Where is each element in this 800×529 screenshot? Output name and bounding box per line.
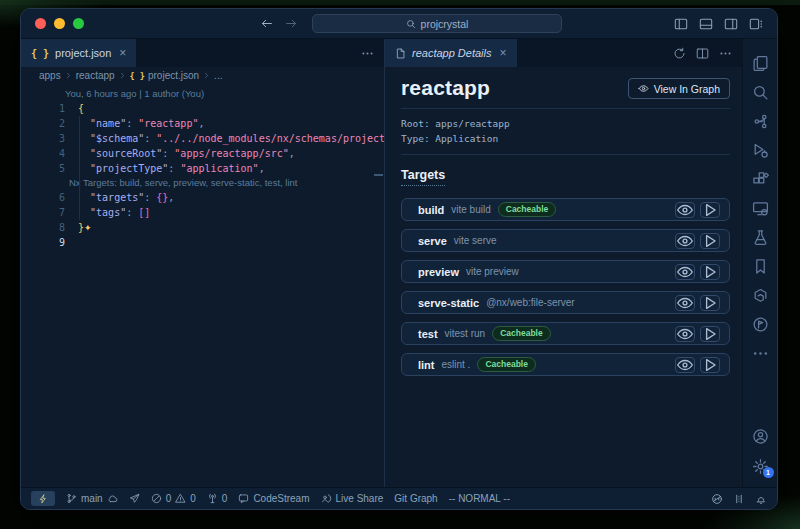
git-branch-icon (66, 493, 77, 504)
target-name: serve-static (418, 297, 479, 309)
minimize-window-button[interactable] (54, 18, 65, 29)
cacheable-badge: Cacheable (492, 326, 551, 341)
more-icon[interactable] (743, 339, 777, 368)
account-icon[interactable] (752, 428, 769, 445)
command-center-search[interactable]: projcrystal (312, 14, 562, 33)
target-row-test[interactable]: testvitest runCacheable (401, 322, 730, 345)
run-target-button[interactable] (700, 202, 720, 218)
code-line: 7 "tags": [] (21, 205, 384, 220)
view-target-button[interactable] (675, 264, 695, 280)
breadcrumb: apps reactapp { } project.json ... (21, 67, 384, 84)
code-text: "projectType": "application", (78, 161, 265, 176)
gitgraph-label: Git Graph (394, 493, 437, 504)
source-control-icon[interactable] (743, 107, 777, 136)
view-target-button[interactable] (675, 357, 695, 373)
view-target-button[interactable] (675, 202, 695, 218)
forward-icon[interactable] (285, 17, 298, 30)
toggle-secondary-sidebar-icon[interactable] (724, 17, 738, 31)
breadcrumb-item[interactable]: apps (39, 70, 61, 81)
nx-targets-codelens[interactable]: Nx Targets: build, serve, preview, serve… (21, 176, 384, 190)
ports-statusbar-item[interactable]: 0 (207, 493, 228, 504)
view-in-graph-button[interactable]: View In Graph (628, 78, 730, 99)
view-in-graph-label: View In Graph (654, 83, 720, 95)
gitlens-icon[interactable] (743, 310, 777, 339)
view-target-button[interactable] (675, 295, 695, 311)
beaker-icon[interactable] (743, 223, 777, 252)
run-target-button[interactable] (700, 233, 720, 249)
back-icon[interactable] (260, 17, 273, 30)
more-actions-icon[interactable] (361, 47, 374, 60)
codestream-statusbar-item[interactable]: CodeStream (238, 493, 309, 504)
target-actions (675, 295, 720, 311)
breadcrumb-item[interactable]: project.json (148, 70, 199, 81)
targets-heading: Targets (401, 168, 445, 186)
gitgraph-statusbar-item[interactable]: Git Graph (394, 493, 437, 504)
error-count: 0 (166, 493, 172, 504)
copilot-icon[interactable] (711, 493, 723, 505)
target-row-preview[interactable]: previewvite preview (401, 260, 730, 283)
publish-statusbar-item[interactable] (129, 493, 140, 504)
target-actions (675, 202, 720, 218)
tab-reactapp-details[interactable]: reactapp Details × (385, 39, 517, 67)
notifications-bell-icon[interactable] (755, 493, 767, 505)
view-target-button[interactable] (675, 233, 695, 249)
run-target-button[interactable] (700, 295, 720, 311)
editor-group-left: { } project.json × apps reactapp { } pro… (21, 39, 385, 487)
nx-console-icon[interactable] (743, 281, 777, 310)
line-number: 8 (21, 220, 65, 235)
bookmark-icon[interactable] (743, 252, 777, 281)
files-icon[interactable] (743, 49, 777, 78)
target-name: test (418, 328, 438, 340)
tab-project-json[interactable]: { } project.json × (21, 39, 136, 67)
target-row-serve-static[interactable]: serve-static@nx/web:file-server (401, 291, 730, 314)
code-editor[interactable]: You, 6 hours ago | 1 author (You)1{2 "na… (21, 84, 384, 487)
run-target-button[interactable] (700, 357, 720, 373)
more-actions-icon[interactable] (719, 47, 732, 60)
run-target-button[interactable] (700, 264, 720, 280)
problems-statusbar-item[interactable]: 0 0 (151, 493, 196, 504)
split-editor-icon[interactable] (696, 47, 709, 60)
target-command: vite build (451, 204, 490, 215)
run-debug-icon[interactable] (743, 136, 777, 165)
line-number: 2 (21, 116, 65, 131)
extensions-icon[interactable] (743, 165, 777, 194)
settings-gear-icon[interactable]: 1 (752, 458, 769, 475)
tab-label: reactapp Details (412, 47, 492, 59)
remote-icon[interactable] (743, 194, 777, 223)
close-tab-icon[interactable]: × (500, 47, 507, 59)
liveshare-statusbar-item[interactable]: Live Share (321, 493, 384, 504)
cacheable-badge: Cacheable (477, 357, 536, 372)
close-window-button[interactable] (35, 18, 46, 29)
rocket-icon (129, 493, 140, 504)
breadcrumb-item[interactable]: ... (214, 70, 222, 81)
root-label: Root: (401, 118, 430, 129)
target-command: vite serve (454, 235, 497, 246)
vscode-window: projcrystal { } project.json × apps (20, 8, 778, 510)
settings-badge: 1 (763, 467, 774, 478)
code-text: "targets": {}, (78, 190, 174, 205)
toggle-panel-icon[interactable] (699, 17, 713, 31)
formatter-icon[interactable] (733, 493, 745, 505)
target-actions (675, 264, 720, 280)
activity-bar: 1 (742, 39, 777, 487)
zoom-window-button[interactable] (73, 18, 84, 29)
toggle-sidebar-icon[interactable] (674, 17, 688, 31)
nx-bolt-statusbar-item[interactable] (31, 491, 55, 506)
target-row-build[interactable]: buildvite buildCacheable (401, 198, 730, 221)
target-row-serve[interactable]: servevite serve (401, 229, 730, 252)
left-tabbar: { } project.json × (21, 39, 384, 67)
overview-ruler-marker (374, 174, 383, 176)
refresh-icon[interactable] (673, 47, 686, 60)
run-target-button[interactable] (700, 326, 720, 342)
codestream-icon (238, 493, 249, 504)
breadcrumb-item[interactable]: reactapp (76, 70, 115, 81)
vim-mode-statusbar-item[interactable]: -- NORMAL -- (449, 493, 510, 504)
search-icon[interactable] (743, 78, 777, 107)
target-name: build (418, 204, 444, 216)
project-title: reactapp (401, 76, 490, 100)
target-row-lint[interactable]: linteslint .Cacheable (401, 353, 730, 376)
view-target-button[interactable] (675, 326, 695, 342)
close-tab-icon[interactable]: × (119, 47, 126, 59)
customize-layout-icon[interactable] (749, 17, 763, 31)
git-branch-statusbar-item[interactable]: main (66, 493, 118, 504)
